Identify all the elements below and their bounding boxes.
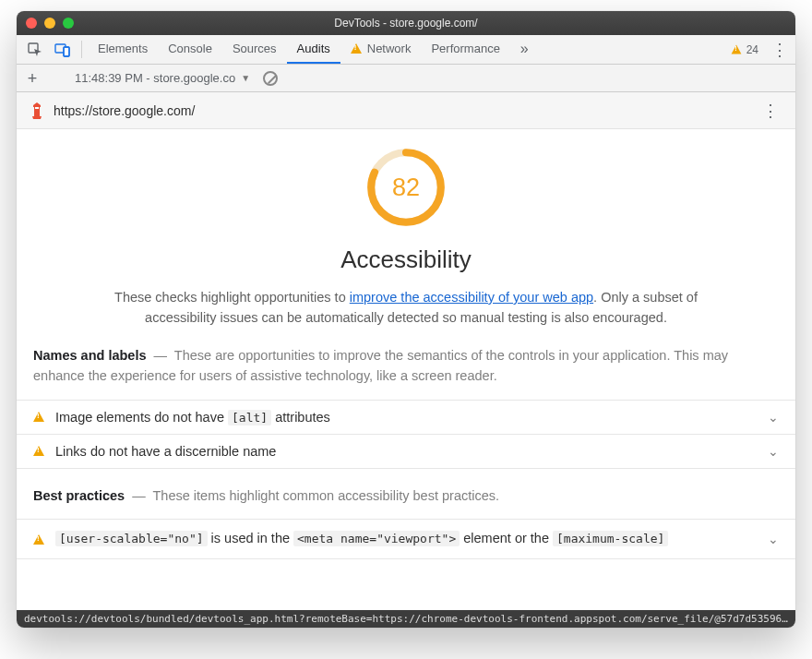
warning-icon <box>731 45 741 54</box>
warning-icon <box>33 534 44 545</box>
audit-link-name[interactable]: Links do not have a discernible name ⌄ <box>17 435 795 469</box>
audits-toolbar: + 11:48:39 PM - store.google.co ▼ <box>17 65 795 92</box>
inspect-element-icon[interactable] <box>22 35 48 64</box>
warning-icon <box>33 412 44 422</box>
tab-audits[interactable]: Audits <box>287 35 340 64</box>
zoom-window-button[interactable] <box>63 18 74 29</box>
device-toolbar-icon[interactable] <box>50 35 76 64</box>
warning-icon <box>351 43 362 54</box>
close-window-button[interactable] <box>26 18 37 29</box>
section-title: Best practices <box>33 488 125 503</box>
svg-rect-2 <box>64 47 69 56</box>
warnings-chip[interactable]: 24 <box>723 35 766 64</box>
category-title: Accessibility <box>17 246 795 274</box>
tab-overflow[interactable]: » <box>510 35 539 64</box>
section-names-labels: Names and labels — These are opportuniti… <box>17 329 795 392</box>
tab-performance[interactable]: Performance <box>421 35 509 64</box>
names-labels-audits: Image elements do not have [alt] attribu… <box>17 400 795 469</box>
chevron-down-icon: ⌄ <box>768 444 779 459</box>
audit-viewport-scalable[interactable]: [user-scalable="no"] is used in the <met… <box>17 520 795 559</box>
section-desc: These items highlight common accessibili… <box>153 488 500 503</box>
status-bar: devtools://devtools/bundled/devtools_app… <box>17 610 795 628</box>
warning-icon <box>33 446 44 456</box>
window-title: DevTools - store.google.com/ <box>17 17 795 30</box>
tab-elements[interactable]: Elements <box>88 35 158 64</box>
category-description: These checks highlight opportunities to … <box>111 287 701 329</box>
audit-text: Links do not have a discernible name <box>55 444 276 459</box>
accessibility-docs-link[interactable]: improve the accessibility of your web ap… <box>350 290 593 305</box>
chevron-down-icon: ▼ <box>241 73 250 83</box>
score-gauge: 82 Accessibility These checks highlight … <box>17 146 795 329</box>
tab-sources[interactable]: Sources <box>222 35 287 64</box>
tab-network-label: Network <box>367 42 412 55</box>
devtools-window: DevTools - store.google.com/ Elements Co… <box>17 11 795 628</box>
new-audit-button[interactable]: + <box>24 70 41 87</box>
traffic-lights <box>26 18 74 29</box>
score-value: 82 <box>392 174 420 201</box>
audit-image-alt[interactable]: Image elements do not have [alt] attribu… <box>17 401 795 435</box>
tab-console[interactable]: Console <box>158 35 222 64</box>
best-practices-audits: [user-scalable="no"] is used in the <met… <box>17 519 795 559</box>
warnings-count: 24 <box>746 43 758 56</box>
separator <box>81 41 82 58</box>
panel-tabs: Elements Console Sources Audits Network … <box>88 35 539 64</box>
report-url: https://store.google.com/ <box>54 103 195 118</box>
audit-report: 82 Accessibility These checks highlight … <box>17 129 795 628</box>
lighthouse-icon <box>30 102 44 119</box>
section-best-practices: Best practices — These items highlight c… <box>17 469 795 511</box>
minimize-window-button[interactable] <box>44 18 55 29</box>
audit-select-dropdown[interactable]: 11:48:39 PM - store.google.co ▼ <box>75 71 250 85</box>
section-title: Names and labels <box>33 348 147 363</box>
report-header: https://store.google.com/ ⋮ <box>17 92 795 129</box>
chevron-down-icon: ⌄ <box>768 410 779 425</box>
main-tab-strip: Elements Console Sources Audits Network … <box>17 35 795 65</box>
svg-rect-4 <box>35 107 39 109</box>
audit-select-label: 11:48:39 PM - store.google.co <box>75 71 235 85</box>
chevron-down-icon: ⌄ <box>768 532 779 546</box>
audit-text: [user-scalable="no"] is used in the <met… <box>55 529 757 549</box>
report-menu-icon[interactable]: ⋮ <box>758 101 782 121</box>
tab-network[interactable]: Network <box>340 35 422 64</box>
main-menu-icon[interactable]: ⋮ <box>768 35 792 64</box>
audit-text: Image elements do not have [alt] attribu… <box>55 410 330 425</box>
window-titlebar: DevTools - store.google.com/ <box>17 11 795 35</box>
clear-button-icon[interactable] <box>263 71 278 86</box>
